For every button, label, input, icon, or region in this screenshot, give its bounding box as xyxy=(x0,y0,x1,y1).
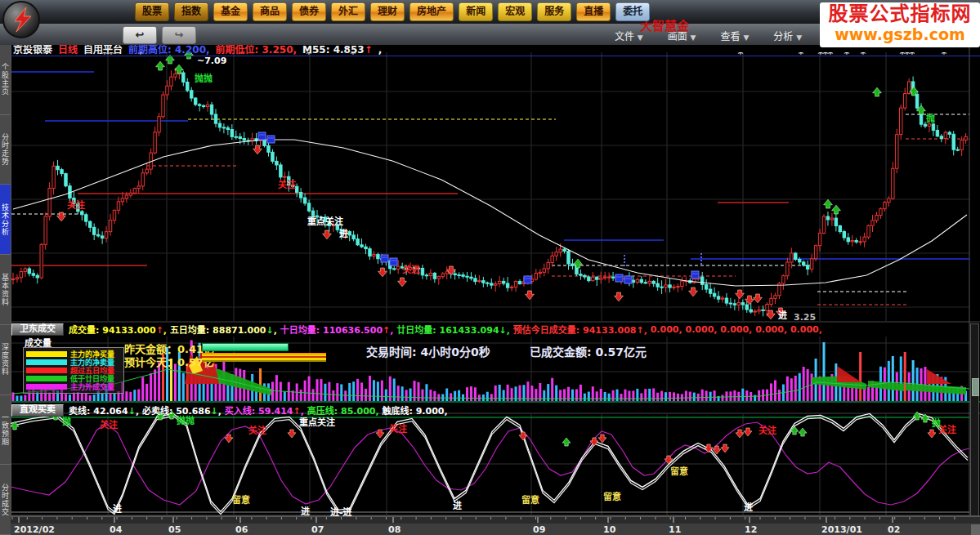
forward-button[interactable]: ↪ xyxy=(162,26,196,44)
buy-signal-box xyxy=(258,132,266,140)
toolbar-button-新闻[interactable]: 新闻 xyxy=(459,2,493,21)
volume-bar xyxy=(503,390,505,401)
volume-bar xyxy=(608,394,611,401)
toolbar-button-理财[interactable]: 理财 xyxy=(370,2,405,21)
volume-bar xyxy=(588,392,590,401)
sidebar-tab-基本资料[interactable]: 基本资料 xyxy=(0,255,11,325)
volume-bar xyxy=(356,379,359,401)
volume-bar xyxy=(389,377,392,401)
legend-swatch xyxy=(26,376,67,381)
chart-text: 进 xyxy=(339,228,348,239)
candle xyxy=(652,281,655,283)
menu-查看[interactable]: 查看 ▼ xyxy=(721,29,750,42)
indicator-value: 0.000, xyxy=(651,324,686,335)
right-scrollbar[interactable] xyxy=(970,323,979,516)
candle xyxy=(174,74,177,78)
info-segment: 自用平台 xyxy=(83,45,123,56)
volume-bar xyxy=(628,391,630,401)
toolbar-button-宏观[interactable]: 宏观 xyxy=(498,2,532,21)
app-logo-icon[interactable] xyxy=(2,1,40,38)
indicator-tab-卫东成交[interactable]: 卫东成交 xyxy=(11,323,64,336)
candle xyxy=(632,280,634,282)
legend-swatch xyxy=(26,368,67,373)
candle xyxy=(518,282,521,284)
volume-bar xyxy=(924,367,927,401)
indicator-value: 0.000, xyxy=(720,324,755,335)
volume-bar xyxy=(867,387,870,401)
volume-bar xyxy=(312,389,315,401)
toolbar-button-商品[interactable]: 商品 xyxy=(253,2,287,21)
indicator-tab-直观买卖[interactable]: 直观买卖 xyxy=(11,404,64,417)
toolbar-button-外汇[interactable]: 外汇 xyxy=(331,2,365,21)
volume-bar xyxy=(786,377,789,401)
menu-分析[interactable]: 分析 ▼ xyxy=(773,29,802,42)
candle xyxy=(263,140,266,145)
candle xyxy=(928,124,930,127)
volume-bar xyxy=(600,389,602,401)
volume-bar xyxy=(433,391,436,401)
candle xyxy=(226,127,229,129)
candle xyxy=(721,298,723,299)
x-axis-label: 09 xyxy=(533,524,545,535)
volume-bar xyxy=(340,384,342,401)
scrollbar-thumb[interactable] xyxy=(972,378,979,396)
volume-bar xyxy=(912,360,915,401)
candle xyxy=(790,253,793,262)
back-button[interactable]: ↩ xyxy=(123,26,157,44)
candle xyxy=(462,275,464,277)
toolbar-button-直播[interactable]: 直播 xyxy=(576,2,611,21)
volume-bar xyxy=(385,390,387,401)
candle xyxy=(506,283,508,288)
volume-bar xyxy=(482,395,485,401)
candle xyxy=(822,216,825,233)
candle xyxy=(214,114,217,123)
candle xyxy=(441,274,444,277)
volume-bar xyxy=(466,387,468,401)
candle xyxy=(904,94,906,109)
candle xyxy=(940,136,942,139)
volume-bar xyxy=(559,390,562,401)
sidebar-tab-分时走势[interactable]: 分时走势 xyxy=(0,115,11,185)
candle xyxy=(218,123,221,127)
volume-bar xyxy=(616,390,619,401)
toolbar-button-股票[interactable]: 股票 xyxy=(135,2,169,21)
volume-bar xyxy=(141,377,144,401)
candle xyxy=(644,283,647,283)
volume-bar xyxy=(377,381,379,401)
sidebar-tab-技术分析[interactable]: 技术分析 xyxy=(0,185,11,255)
sidebar-tab-深度资料[interactable]: 深度资料 xyxy=(0,325,11,395)
session-time-label: 交易时间: 4小时0分0秒 xyxy=(366,343,490,359)
watermark-url: www.gszb.com xyxy=(820,25,980,43)
chevron-down-icon: ▼ xyxy=(743,33,749,42)
legend-label: 主力外成交量 xyxy=(70,381,114,392)
candle xyxy=(835,218,837,225)
toolbar-button-委托[interactable]: 委托 xyxy=(615,2,650,21)
legend-swatch xyxy=(26,384,67,390)
volume-bar xyxy=(414,381,416,401)
toolbar-button-指数[interactable]: 指数 xyxy=(174,2,208,21)
candle xyxy=(11,279,14,280)
volume-bar xyxy=(888,361,890,401)
toolbar-button-基金[interactable]: 基金 xyxy=(213,2,248,21)
menu-文件[interactable]: 文件 ▼ xyxy=(615,29,643,42)
app-window: 股票指数基金商品债券外汇理财房地产新闻宏观服务直播委托 大智慧金 股票公式指标网… xyxy=(0,0,980,535)
candle xyxy=(510,287,512,288)
sidebar-tab-一致预期[interactable]: 一致预期 xyxy=(0,395,11,466)
up-arrow-icon: ↑ xyxy=(365,44,373,56)
toolbar-button-债券[interactable]: 债券 xyxy=(292,2,326,21)
volume-bar xyxy=(714,390,716,401)
sidebar-tab-分时成交[interactable]: 分时成交 xyxy=(0,465,11,535)
sidebar-tab-个股主页[interactable]: 个股主页 xyxy=(0,45,11,115)
candle xyxy=(770,298,772,304)
candle xyxy=(803,262,805,265)
toolbar-button-房地产[interactable]: 房地产 xyxy=(409,2,454,21)
candle xyxy=(665,285,667,288)
volume-bar xyxy=(705,390,708,401)
toolbar-button-服务[interactable]: 服务 xyxy=(537,2,571,21)
buy-signal-box xyxy=(267,136,275,143)
buy-signal-box xyxy=(624,276,632,283)
chart-text: 关注 xyxy=(278,179,296,190)
volume-bar xyxy=(445,389,448,401)
volume-bar xyxy=(300,390,302,401)
candle xyxy=(884,203,886,209)
